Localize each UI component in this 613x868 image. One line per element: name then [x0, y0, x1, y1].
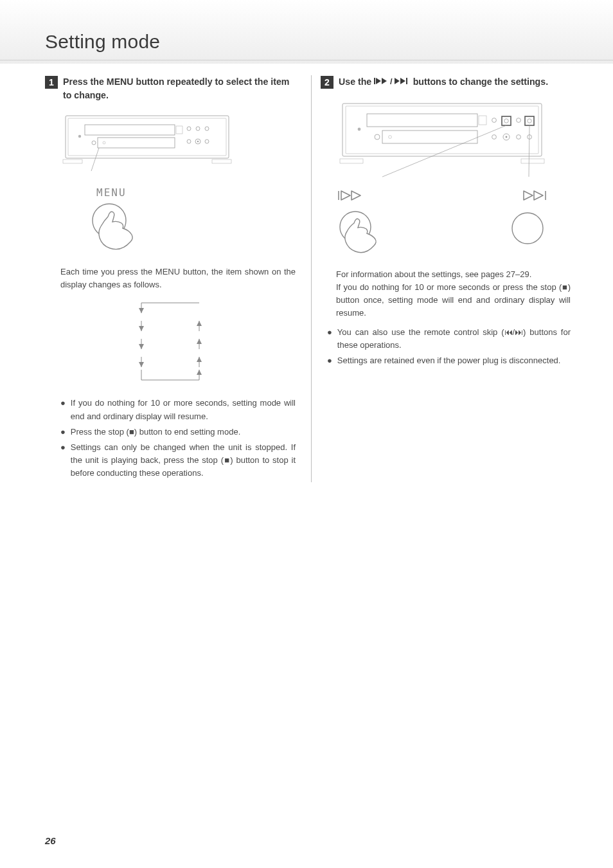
svg-rect-1 [68, 118, 226, 156]
svg-marker-23 [139, 326, 144, 331]
bullet-text: You can also use the remote control skip… [337, 326, 571, 352]
next-track-icon [520, 188, 548, 205]
svg-point-63 [517, 134, 521, 139]
hand-row [336, 210, 548, 259]
svg-line-68 [529, 125, 529, 177]
device-front-panel-icon [60, 111, 234, 181]
svg-point-11 [187, 140, 191, 143]
step-1-text-line2: to change. [63, 90, 109, 100]
svg-rect-38 [374, 78, 375, 84]
svg-line-17 [91, 148, 99, 171]
header-rule [0, 60, 613, 60]
page-title: Setting mode [45, 31, 160, 53]
svg-marker-33 [197, 357, 202, 362]
circle-button-icon [507, 210, 548, 259]
prev-track-icon [336, 188, 364, 205]
svg-marker-43 [395, 78, 400, 84]
svg-rect-48 [367, 114, 477, 127]
svg-marker-73 [534, 191, 543, 200]
bullet-dot-icon: ● [327, 326, 332, 352]
svg-rect-2 [85, 125, 175, 135]
step-2-text-a: Use the [339, 77, 374, 87]
svg-marker-40 [382, 78, 387, 84]
bullet-dot-icon: ● [327, 354, 332, 367]
svg-rect-16 [212, 159, 231, 163]
left-column: 1 Press the MENU button repeatedly to se… [45, 75, 305, 482]
svg-marker-31 [139, 362, 144, 367]
svg-rect-45 [406, 78, 407, 84]
svg-rect-66 [521, 159, 544, 163]
list-item: ● Settings can only be changed when the … [60, 441, 296, 480]
svg-rect-55 [502, 116, 511, 125]
list-item: ● If you do nothing for 10 or more secon… [60, 397, 296, 422]
svg-rect-49 [479, 116, 486, 125]
two-columns: 1 Press the MENU button repeatedly to se… [45, 75, 581, 482]
svg-marker-44 [400, 78, 405, 84]
page-number: 26 [45, 835, 56, 846]
right-column: 2 Use the / [311, 75, 571, 482]
svg-point-60 [492, 134, 497, 139]
step1-cycle-intro: Each time you press the MENU button, the… [60, 266, 296, 291]
svg-marker-21 [139, 308, 144, 313]
svg-point-76 [512, 213, 543, 244]
svg-point-56 [504, 118, 508, 122]
step-1-heading: 1 Press the MENU button repeatedly to se… [45, 75, 296, 102]
bullet-text: Settings can only be changed when the un… [71, 441, 296, 480]
skip-buttons-glyph: / [374, 76, 410, 89]
device-figure-1 [60, 111, 296, 181]
svg-point-54 [492, 118, 497, 122]
step-1-text-line1: Press the MENU button repeatedly to sele… [63, 77, 289, 87]
step2-resume-line: If you do nothing for 10 or more seconds… [336, 281, 571, 320]
svg-rect-15 [63, 159, 82, 163]
bullet-dot-icon: ● [60, 397, 66, 422]
svg-point-10 [205, 127, 209, 131]
step2-bullets: ● You can also use the remote control sk… [327, 326, 571, 367]
svg-marker-29 [197, 339, 202, 344]
step1-after-fig-para: Each time you press the MENU button, the… [60, 266, 296, 291]
svg-marker-39 [376, 78, 381, 84]
svg-rect-65 [340, 159, 363, 163]
svg-point-7 [103, 141, 105, 144]
pointing-hand-icon [336, 210, 387, 259]
menu-label: MENU [96, 186, 296, 199]
menu-cycle-icon [116, 298, 225, 388]
list-item: ● Settings are retained even if the powe… [327, 354, 571, 367]
svg-marker-72 [524, 191, 533, 200]
step-badge-1: 1 [45, 76, 58, 89]
svg-marker-27 [139, 344, 144, 349]
svg-point-59 [528, 118, 531, 122]
bullet-text: If you do nothing for 10 or more seconds… [71, 397, 296, 422]
svg-point-51 [375, 134, 380, 140]
svg-rect-50 [382, 131, 477, 143]
svg-point-13 [197, 141, 199, 142]
step-1-text: Press the MENU button repeatedly to sele… [63, 75, 289, 102]
svg-rect-4 [98, 138, 175, 148]
svg-point-52 [358, 127, 361, 131]
hand-figure-1 [89, 203, 296, 257]
svg-line-67 [382, 125, 506, 177]
svg-point-14 [205, 140, 209, 143]
svg-marker-36 [197, 370, 202, 375]
device-figure-2 [336, 98, 571, 182]
step-2-text: Use the / [339, 75, 548, 89]
bullet-text: Settings are retained even if the power … [337, 354, 571, 367]
svg-rect-47 [346, 106, 538, 154]
svg-rect-46 [342, 104, 542, 156]
bullet-dot-icon: ● [60, 426, 66, 439]
svg-rect-58 [525, 116, 534, 125]
pointing-hand-icon [89, 203, 147, 254]
svg-marker-25 [197, 321, 202, 326]
bullet-text: Press the stop (■) button to end setting… [71, 426, 296, 439]
bullet-dot-icon: ● [60, 441, 66, 480]
step2-info-block: For information about the settings, see … [336, 268, 571, 320]
svg-rect-3 [176, 126, 182, 134]
step1-bullets: ● If you do nothing for 10 or more secon… [60, 397, 296, 480]
device-front-panel-icon [336, 98, 548, 182]
svg-point-6 [78, 135, 81, 138]
list-item: ● Press the stop (■) button to end setti… [60, 426, 296, 439]
svg-point-57 [517, 118, 521, 122]
step-badge-2: 2 [321, 76, 333, 89]
svg-point-9 [196, 127, 200, 131]
svg-marker-71 [351, 191, 360, 200]
svg-point-53 [389, 135, 392, 138]
